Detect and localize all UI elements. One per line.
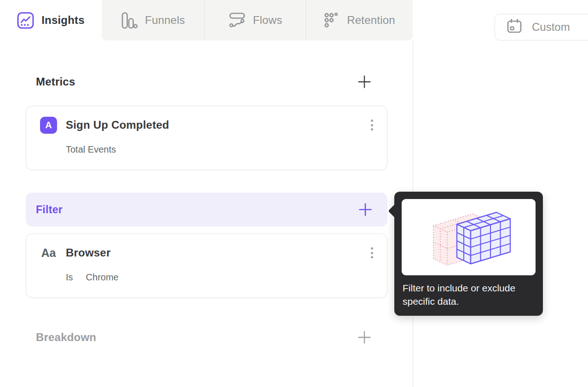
add-metric-button[interactable] xyxy=(358,75,371,88)
plus-icon xyxy=(358,75,371,88)
plus-icon xyxy=(359,203,372,216)
add-filter-button[interactable] xyxy=(359,203,372,216)
tab-funnels[interactable]: Funnels xyxy=(102,0,204,40)
report-tab-bar: Insights Funnels Flows xyxy=(0,0,413,40)
tooltip-caret xyxy=(388,204,402,218)
plus-icon xyxy=(358,331,371,344)
metric-letter-badge: A xyxy=(40,117,57,134)
filter-section-row[interactable]: Filter xyxy=(26,193,387,227)
metrics-heading: Metrics xyxy=(36,75,75,88)
filter-tooltip: Filter to include or exclude specific da… xyxy=(394,192,543,316)
tab-insights-label: Insights xyxy=(41,14,85,27)
calendar-icon xyxy=(506,18,523,36)
kebab-menu-icon[interactable] xyxy=(369,245,375,261)
tab-retention[interactable]: Retention xyxy=(306,0,413,40)
tab-flows[interactable]: Flows xyxy=(204,0,306,40)
tab-retention-label: Retention xyxy=(347,14,395,27)
date-range-label: Custom xyxy=(532,21,570,34)
breakdown-section-header: Breakdown xyxy=(36,329,371,346)
dot-grid-icon xyxy=(323,12,340,29)
filter-property-title[interactable]: Browser xyxy=(66,246,110,259)
flow-path-icon xyxy=(228,12,246,28)
filter-operator[interactable]: Is xyxy=(66,272,73,283)
tab-insights[interactable]: Insights xyxy=(0,0,102,40)
filter-heading: Filter xyxy=(36,204,63,216)
breakdown-heading: Breakdown xyxy=(36,331,96,344)
metrics-section-header: Metrics xyxy=(36,74,371,90)
tab-flows-label: Flows xyxy=(253,14,282,27)
metric-title[interactable]: Sign Up Completed xyxy=(66,119,169,131)
tab-funnels-label: Funnels xyxy=(145,14,185,27)
line-chart-icon xyxy=(17,12,34,29)
tooltip-message: Filter to include or exclude specific da… xyxy=(403,281,522,308)
date-range-custom-button[interactable]: Custom xyxy=(495,14,588,40)
add-breakdown-button[interactable] xyxy=(358,331,371,344)
string-property-icon: Aa xyxy=(40,246,57,260)
kebab-menu-icon[interactable] xyxy=(369,117,375,133)
funnel-bars-icon xyxy=(121,12,138,29)
filter-value[interactable]: Chrome xyxy=(86,272,119,283)
isometric-filter-cubes-illustration xyxy=(402,199,536,275)
metric-aggregation[interactable]: Total Events xyxy=(66,144,116,155)
filter-card[interactable]: Aa Browser Is Chrome xyxy=(26,233,387,298)
metric-card[interactable]: A Sign Up Completed Total Events xyxy=(26,106,387,170)
